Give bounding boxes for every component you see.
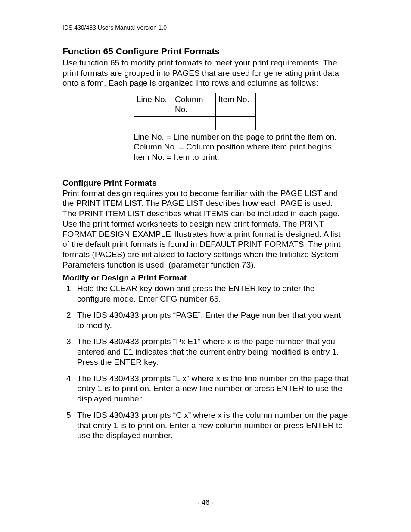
steps-list: Hold the CLEAR key down and press the EN… [62, 283, 349, 441]
page-number: - 46 - [0, 498, 411, 507]
section-heading: Function 65 Configure Print Formats [62, 46, 349, 57]
table-cell [216, 116, 256, 130]
list-item: The IDS 430/433 prompts “PAGE”. Enter th… [75, 310, 349, 331]
subsection-heading: Modify or Design a Print Format [62, 273, 349, 283]
table-empty-row [134, 116, 256, 130]
table-header-cell: Item No. [216, 93, 256, 117]
body-paragraph: Print format design requires you to beco… [62, 188, 349, 270]
definition-line: Item No. = Item to print. [134, 152, 349, 162]
running-header: IDS 430/433 Users Manual Version 1.0 [62, 24, 349, 32]
table-cell [134, 116, 172, 130]
table-header-row: Line No. Column No. Item No. [134, 93, 256, 117]
list-item: The IDS 430/433 prompts “L x” where x is… [75, 373, 349, 404]
definitions-block: Line No. = Line number on the page to pr… [134, 132, 349, 162]
definition-line: Column No. = Column position where item … [134, 142, 349, 152]
definition-line: Line No. = Line number on the page to pr… [134, 132, 349, 142]
format-table: Line No. Column No. Item No. [134, 93, 256, 130]
table-cell [172, 116, 216, 130]
list-item: Hold the CLEAR key down and press the EN… [75, 283, 349, 304]
subsection-heading: Configure Print Formats [62, 178, 349, 188]
table-header-cell: Column No. [172, 93, 216, 117]
list-item: The IDS 430/433 prompts “C x” where x is… [75, 410, 349, 441]
table-header-cell: Line No. [134, 93, 172, 117]
intro-paragraph: Use function 65 to modify print formats … [62, 58, 349, 88]
list-item: The IDS 430/433 prompts “Px E1” where x … [75, 336, 349, 367]
document-page: IDS 430/433 Users Manual Version 1.0 Fun… [0, 0, 411, 441]
